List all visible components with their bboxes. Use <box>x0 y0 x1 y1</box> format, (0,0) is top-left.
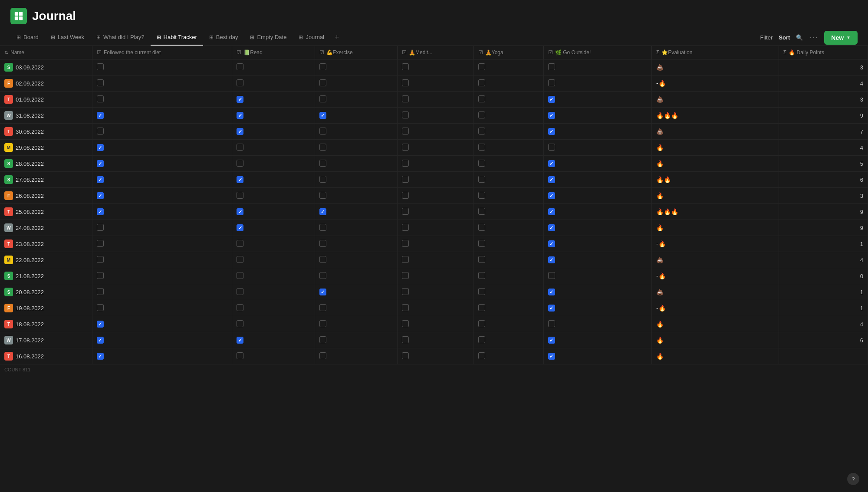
read-cell[interactable] <box>232 300 315 316</box>
checkbox-read[interactable] <box>237 304 243 311</box>
add-tab-button[interactable]: + <box>330 30 344 46</box>
checkbox-exercise[interactable] <box>319 289 326 295</box>
exercise-cell[interactable] <box>315 172 397 188</box>
checkbox-medit[interactable] <box>402 112 409 118</box>
checkbox-diet[interactable] <box>97 272 104 279</box>
yoga-cell[interactable] <box>473 172 543 188</box>
medit-cell[interactable] <box>397 140 473 156</box>
checkbox-read[interactable] <box>237 128 243 135</box>
checkbox-exercise[interactable] <box>319 320 326 327</box>
outside-cell[interactable] <box>543 204 651 220</box>
yoga-cell[interactable] <box>473 220 543 236</box>
outside-cell[interactable] <box>543 236 651 252</box>
checkbox-exercise[interactable] <box>319 272 326 279</box>
checkbox-yoga[interactable] <box>478 352 485 359</box>
yoga-cell[interactable] <box>473 332 543 348</box>
help-button[interactable]: ? <box>847 473 859 485</box>
checkbox-read[interactable] <box>237 112 243 119</box>
read-cell[interactable] <box>232 92 315 108</box>
checkbox-medit[interactable] <box>402 336 409 343</box>
checkbox-yoga[interactable] <box>478 256 485 263</box>
exercise-cell[interactable] <box>315 124 397 140</box>
checkbox-medit[interactable] <box>402 288 409 295</box>
exercise-cell[interactable] <box>315 75 397 92</box>
read-cell[interactable] <box>232 348 315 364</box>
checkbox-outside[interactable] <box>548 208 555 215</box>
medit-cell[interactable] <box>397 300 473 316</box>
outside-cell[interactable] <box>543 268 651 284</box>
checkbox-yoga[interactable] <box>478 208 485 215</box>
exercise-cell[interactable] <box>315 348 397 364</box>
read-cell[interactable] <box>232 75 315 92</box>
checkbox-yoga[interactable] <box>478 192 485 199</box>
checkbox-exercise[interactable] <box>319 176 326 183</box>
search-button[interactable]: 🔍 <box>796 34 803 41</box>
checkbox-read[interactable] <box>237 160 243 167</box>
checkbox-outside[interactable] <box>548 128 555 135</box>
read-cell[interactable] <box>232 59 315 75</box>
read-cell[interactable] <box>232 108 315 124</box>
exercise-cell[interactable] <box>315 300 397 316</box>
checkbox-read[interactable] <box>237 192 243 199</box>
checkbox-read[interactable] <box>237 144 243 151</box>
sort-button[interactable]: Sort <box>779 34 790 41</box>
filter-button[interactable]: Filter <box>760 34 773 41</box>
outside-cell[interactable] <box>543 140 651 156</box>
checkbox-diet[interactable] <box>97 256 104 263</box>
diet-cell[interactable] <box>92 156 232 172</box>
checkbox-medit[interactable] <box>402 144 409 151</box>
checkbox-outside[interactable] <box>548 240 555 247</box>
checkbox-exercise[interactable] <box>319 224 326 231</box>
checkbox-medit[interactable] <box>402 256 409 263</box>
checkbox-read[interactable] <box>237 337 243 344</box>
checkbox-medit[interactable] <box>402 272 409 279</box>
checkbox-medit[interactable] <box>402 160 409 167</box>
exercise-cell[interactable] <box>315 236 397 252</box>
tab-last-week[interactable]: ⊞ Last Week <box>45 30 90 46</box>
checkbox-exercise[interactable] <box>319 144 326 151</box>
yoga-cell[interactable] <box>473 59 543 75</box>
checkbox-exercise[interactable] <box>319 304 326 311</box>
tab-board[interactable]: ⊞ Board <box>10 30 45 46</box>
medit-cell[interactable] <box>397 172 473 188</box>
checkbox-diet[interactable] <box>97 63 104 70</box>
read-cell[interactable] <box>232 204 315 220</box>
checkbox-outside[interactable] <box>548 305 555 312</box>
outside-cell[interactable] <box>543 284 651 300</box>
checkbox-outside[interactable] <box>548 256 555 263</box>
checkbox-yoga[interactable] <box>478 144 485 151</box>
checkbox-read[interactable] <box>237 79 243 86</box>
checkbox-outside[interactable] <box>548 144 555 151</box>
checkbox-medit[interactable] <box>402 352 409 359</box>
outside-cell[interactable] <box>543 75 651 92</box>
checkbox-yoga[interactable] <box>478 320 485 327</box>
checkbox-diet[interactable] <box>97 208 104 215</box>
exercise-cell[interactable] <box>315 284 397 300</box>
yoga-cell[interactable] <box>473 268 543 284</box>
checkbox-outside[interactable] <box>548 79 555 86</box>
checkbox-diet[interactable] <box>97 192 104 199</box>
checkbox-diet[interactable] <box>97 95 104 102</box>
exercise-cell[interactable] <box>315 332 397 348</box>
tab-journal[interactable]: ⊞ Journal <box>293 30 330 46</box>
checkbox-outside[interactable] <box>548 289 555 295</box>
yoga-cell[interactable] <box>473 188 543 204</box>
outside-cell[interactable] <box>543 92 651 108</box>
checkbox-diet[interactable] <box>97 337 104 344</box>
checkbox-diet[interactable] <box>97 176 104 183</box>
read-cell[interactable] <box>232 316 315 332</box>
yoga-cell[interactable] <box>473 236 543 252</box>
read-cell[interactable] <box>232 188 315 204</box>
checkbox-diet[interactable] <box>97 353 104 360</box>
read-cell[interactable] <box>232 236 315 252</box>
outside-cell[interactable] <box>543 300 651 316</box>
checkbox-yoga[interactable] <box>478 224 485 231</box>
diet-cell[interactable] <box>92 108 232 124</box>
checkbox-read[interactable] <box>237 224 243 231</box>
read-cell[interactable] <box>232 220 315 236</box>
yoga-cell[interactable] <box>473 284 543 300</box>
yoga-cell[interactable] <box>473 92 543 108</box>
diet-cell[interactable] <box>92 75 232 92</box>
checkbox-diet[interactable] <box>97 288 104 295</box>
checkbox-exercise[interactable] <box>319 112 326 119</box>
